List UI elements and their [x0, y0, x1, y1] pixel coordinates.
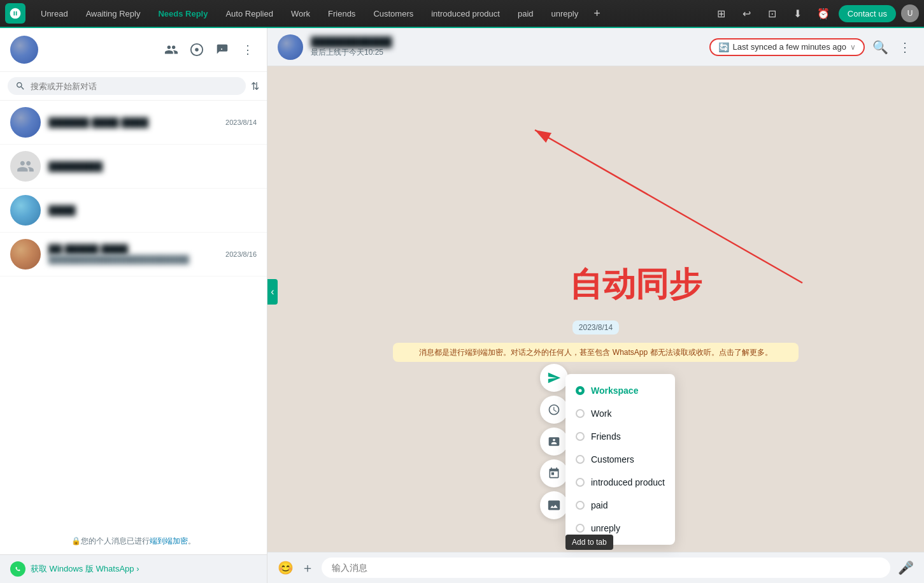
chevron-down-icon: ∨	[850, 43, 856, 52]
mic-icon[interactable]: 🎤	[898, 560, 914, 575]
filter-icon[interactable]: ⇅	[251, 80, 259, 92]
introduced-label: introduced product	[591, 477, 665, 487]
chat-header-right: 🔄 Last synced a few minutes ago ∨ 🔍 ⋮	[709, 37, 914, 57]
community-icon[interactable]	[162, 41, 180, 59]
add-tab-button[interactable]: +	[588, 7, 606, 20]
tab-friends[interactable]: Friends	[320, 6, 363, 21]
contact-avatar[interactable]	[278, 34, 303, 60]
work-label: Work	[591, 408, 611, 419]
contact-us-button[interactable]: Contact us	[839, 5, 896, 22]
date-label: 2023/8/14	[572, 320, 619, 335]
add-to-tab-tooltip[interactable]: Add to tab	[565, 535, 613, 550]
user-avatar[interactable]: U	[901, 4, 919, 22]
contact-name: ████████████	[311, 36, 702, 47]
friends-radio[interactable]	[576, 432, 585, 441]
dropdown-item-friends[interactable]: Friends	[565, 425, 675, 448]
work-radio[interactable]	[576, 409, 585, 418]
search-icon	[15, 81, 25, 91]
chat-item[interactable]: ██████ ████ ████ 2023/8/14	[0, 101, 267, 145]
sidebar-expand-tab[interactable]: ‹	[267, 279, 278, 305]
dropdown-item-work[interactable]: Work	[565, 402, 675, 425]
search-chat-icon[interactable]: 🔍	[870, 37, 891, 57]
attach-icon[interactable]: ＋	[301, 559, 314, 577]
get-whatsapp-text[interactable]: 获取 Windows 版 WhatsApp ›	[31, 563, 139, 575]
dropdown-menu: Workspace Work Friends Customers introdu…	[565, 374, 675, 545]
new-chat-icon[interactable]	[213, 41, 231, 59]
search-input[interactable]	[31, 82, 238, 91]
dropdown-item-introduced[interactable]: introduced product	[565, 471, 675, 494]
last-synced-badge[interactable]: 🔄 Last synced a few minutes ago ∨	[709, 38, 865, 56]
my-avatar[interactable]	[10, 36, 38, 64]
chat-time: 2023/8/14	[225, 119, 257, 126]
tab-auto-replied[interactable]: Auto Replied	[218, 6, 280, 21]
whatsapp-logo	[10, 561, 25, 577]
chat-item[interactable]: ████████	[0, 145, 267, 189]
clock-icon[interactable]: ⏰	[813, 3, 834, 24]
unreply-radio[interactable]	[576, 524, 585, 533]
grid-icon[interactable]: ⊡	[762, 3, 783, 24]
chat-name: ████	[48, 205, 257, 216]
chat-name: ██████ ████ ████	[48, 117, 218, 128]
chat-item[interactable]: ████	[0, 189, 267, 233]
chat-name: ██ █████ ████	[48, 244, 218, 255]
tab-unread[interactable]: Unread	[33, 6, 76, 21]
search-input-wrap[interactable]	[8, 77, 246, 95]
tab-needs-reply[interactable]: Needs Reply	[150, 6, 215, 21]
send-button[interactable]	[540, 364, 568, 392]
calendar-icon[interactable]	[540, 459, 568, 487]
reply-icon[interactable]: ↩	[737, 3, 757, 24]
encryption-text: 🔒您的个人消息已进行端到端加密。	[71, 536, 195, 545]
introduced-radio[interactable]	[576, 478, 585, 487]
contact-status: 最后上线于今天10:25	[311, 47, 702, 58]
last-synced-text: Last synced a few minutes ago	[733, 42, 847, 52]
app-logo	[5, 3, 25, 24]
chat-more-icon[interactable]: ⋮	[896, 37, 914, 57]
workspace-label: Workspace	[591, 385, 638, 396]
status-icon[interactable]	[188, 41, 206, 59]
chat-footer: 😊 ＋ 🎤	[267, 552, 924, 583]
dropdown-item-customers[interactable]: Customers	[565, 448, 675, 471]
dropdown-item-paid[interactable]: paid	[565, 494, 675, 517]
tab-introduced-product[interactable]: introduced product	[423, 6, 508, 21]
search-bar: ⇅	[0, 72, 267, 101]
chat-name: ████████	[48, 161, 257, 172]
chat-preview: ████████████████████████	[48, 255, 218, 264]
alarm-icon[interactable]	[540, 396, 568, 424]
tab-paid[interactable]: paid	[510, 6, 541, 21]
emoji-icon[interactable]: 😊	[278, 560, 294, 575]
workspace-radio[interactable]	[576, 386, 585, 395]
customers-radio[interactable]	[576, 455, 585, 464]
friends-label: Friends	[591, 431, 621, 442]
paid-radio[interactable]	[576, 501, 585, 510]
download-icon[interactable]: ⬇	[788, 3, 808, 24]
dropdown-item-workspace[interactable]: Workspace	[565, 379, 675, 402]
image-transfer-icon[interactable]	[540, 491, 568, 519]
chat-list: ██████ ████ ████ 2023/8/14 ████████	[0, 101, 267, 528]
top-nav: Unread Awaiting Reply Needs Reply Auto R…	[0, 0, 924, 28]
main-layout: ⋮ ⇅ ██████ ████ ████ 2023/8/14	[0, 28, 924, 583]
encryption-link[interactable]: 端到端加密	[150, 536, 188, 545]
chat-info: ████	[48, 205, 257, 216]
right-chat: ████████████ 最后上线于今天10:25 🔄 Last synced …	[267, 28, 924, 583]
chat-info: ████████	[48, 161, 257, 172]
sidebar-header-icons: ⋮	[162, 41, 257, 59]
avatar	[10, 151, 41, 182]
avatar	[10, 195, 41, 226]
system-message: 消息都是进行端到端加密。对话之外的任何人，甚至包含 WhatsApp 都无法读取…	[393, 343, 799, 362]
chat-item[interactable]: ██ █████ ████ ████████████████████████ 2…	[0, 233, 267, 277]
svg-line-3	[535, 130, 802, 283]
chat-info: ██ █████ ████ ████████████████████████	[48, 244, 218, 264]
tab-unreply[interactable]: unreply	[544, 6, 586, 21]
message-input[interactable]	[322, 558, 890, 578]
left-sidebar: ⋮ ⇅ ██████ ████ ████ 2023/8/14	[0, 28, 267, 583]
contact-card-icon[interactable]	[540, 428, 568, 456]
tab-customers[interactable]: Customers	[366, 6, 421, 21]
date-divider: 2023/8/14	[306, 321, 886, 333]
tab-work[interactable]: Work	[283, 6, 318, 21]
arrow-annotation	[522, 117, 917, 321]
tab-awaiting[interactable]: Awaiting Reply	[78, 6, 148, 21]
float-toolbar	[540, 364, 568, 519]
more-options-icon[interactable]: ⋮	[239, 41, 257, 59]
screen-share-icon[interactable]: ⊞	[711, 3, 732, 24]
sidebar-bottom: 获取 Windows 版 WhatsApp ›	[0, 554, 267, 583]
